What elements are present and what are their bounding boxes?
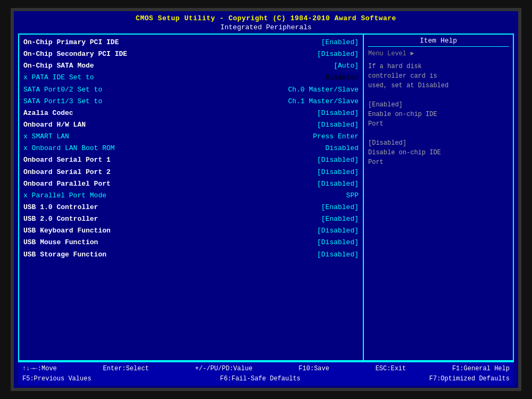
- row-label: Onboard Serial Port 2: [23, 167, 111, 178]
- row-label: Azalia Codec: [23, 108, 73, 119]
- row-label: USB Storage Function: [23, 250, 106, 260]
- row-label: SATA Port1/3 Set to: [23, 96, 102, 107]
- row-value: [Enabled]: [321, 202, 359, 213]
- nav-item: F1:General Help: [452, 364, 510, 374]
- row-label: USB Keyboard Function: [23, 226, 111, 236]
- item-help-title: Item Help: [368, 37, 509, 47]
- bios-row[interactable]: x PATA IDE Set toDisabled: [23, 72, 359, 84]
- row-value: [Disabled]: [317, 179, 359, 189]
- help-line: Port: [368, 157, 509, 167]
- bios-row[interactable]: Onboard Serial Port 2[Disabled]: [23, 167, 359, 178]
- bios-row[interactable]: Onboard Parallel Port[Disabled]: [23, 178, 359, 190]
- nav-item: F7:Optimized Defaults: [429, 374, 510, 384]
- row-value: [Disabled]: [317, 237, 359, 248]
- row-label: On-Chip SATA Mode: [23, 61, 94, 71]
- main-area: On-Chip Primary PCI IDE[Enabled]On-Chip …: [18, 34, 514, 361]
- row-value: [Disabled]: [317, 120, 359, 130]
- row-value: [Disabled]: [317, 108, 359, 119]
- bios-row[interactable]: Azalia Codec[Disabled]: [23, 107, 359, 119]
- row-label: SATA Port0/2 Set to: [23, 85, 102, 95]
- help-text: If a hard diskcontroller card isused, se…: [368, 62, 509, 167]
- help-line: [Enabled]: [368, 100, 509, 110]
- row-value: Press Enter: [313, 131, 359, 142]
- title-bar: CMOS Setup Utility - Copyright (C) 1984-…: [14, 11, 518, 23]
- row-value: SPP: [346, 190, 359, 201]
- bios-row[interactable]: USB Storage Function[Disabled]: [23, 249, 359, 261]
- row-label: USB Mouse Function: [23, 237, 98, 248]
- bios-row[interactable]: SATA Port1/3 Set toCh.1 Master/Slave: [23, 96, 359, 107]
- row-value: [Disabled]: [317, 167, 359, 178]
- row-value: [Disabled]: [317, 49, 359, 60]
- bios-row[interactable]: x Onboard LAN Boot ROMDisabled: [23, 143, 359, 154]
- bios-row[interactable]: x Parallel Port ModeSPP: [23, 190, 359, 202]
- row-value: [Enabled]: [321, 37, 359, 48]
- nav-row-1: ↑↓→←:MoveEnter:Select+/-/PU/PD:ValueF10:…: [22, 364, 510, 374]
- help-line: used, set at Disabled: [368, 81, 509, 90]
- bios-row[interactable]: Onboard H/W LAN[Disabled]: [23, 119, 359, 131]
- help-line: Port: [368, 119, 509, 129]
- row-value: [Disabled]: [317, 226, 359, 236]
- help-panel: Item Help Menu Level ► If a hard diskcon…: [364, 35, 513, 360]
- help-line: [Disabled]: [368, 138, 509, 148]
- row-label: x Parallel Port Mode: [23, 190, 106, 201]
- nav-item: +/-/PU/PD:Value: [195, 364, 253, 374]
- bios-row[interactable]: On-Chip Primary PCI IDE[Enabled]: [23, 37, 359, 48]
- nav-bar: ↑↓→←:MoveEnter:Select+/-/PU/PD:ValueF10:…: [18, 361, 514, 386]
- nav-item: F6:Fail-Safe Defaults: [220, 374, 301, 384]
- bios-row[interactable]: SATA Port0/2 Set toCh.0 Master/Slave: [23, 84, 359, 96]
- subtitle: Integrated Peripherals: [14, 23, 518, 34]
- bios-row[interactable]: x SMART LANPress Enter: [23, 131, 359, 143]
- bios-row[interactable]: USB 2.0 Controller[Enabled]: [23, 213, 359, 225]
- help-line: controller card is: [368, 71, 509, 81]
- row-value: Disabled: [326, 72, 359, 83]
- bios-row[interactable]: USB Keyboard Function[Disabled]: [23, 225, 359, 237]
- row-label: x Onboard LAN Boot ROM: [23, 143, 115, 154]
- nav-row-2: F5:Previous ValuesF6:Fail-Safe DefaultsF…: [22, 374, 510, 384]
- help-line: Disable on-chip IDE: [368, 148, 509, 157]
- row-label: USB 1.0 Controller: [23, 202, 98, 213]
- nav-item: ↑↓→←:Move: [22, 364, 57, 374]
- row-value: [Enabled]: [321, 214, 359, 225]
- row-value: Disabled: [326, 143, 359, 154]
- row-label: x SMART LAN: [23, 131, 69, 142]
- nav-item: Enter:Select: [103, 364, 149, 374]
- row-value: Ch.0 Master/Slave: [288, 85, 359, 95]
- menu-level: Menu Level ►: [368, 50, 509, 57]
- row-label: USB 2.0 Controller: [23, 214, 98, 225]
- bios-row[interactable]: USB 1.0 Controller[Enabled]: [23, 202, 359, 213]
- row-label: Onboard Parallel Port: [23, 179, 111, 189]
- bios-row[interactable]: USB Mouse Function[Disabled]: [23, 237, 359, 248]
- bios-row[interactable]: Onboard Serial Port 1[Disabled]: [23, 154, 359, 166]
- bios-screen: CMOS Setup Utility - Copyright (C) 1984-…: [11, 8, 521, 391]
- settings-panel: On-Chip Primary PCI IDE[Enabled]On-Chip …: [19, 35, 364, 360]
- help-line: If a hard disk: [368, 62, 509, 71]
- bios-row[interactable]: On-Chip SATA Mode[Auto]: [23, 60, 359, 72]
- row-value: [Disabled]: [317, 250, 359, 260]
- nav-item: F5:Previous Values: [22, 374, 92, 384]
- help-line: [368, 129, 509, 138]
- row-value: [Auto]: [334, 61, 359, 71]
- row-label: x PATA IDE Set to: [23, 72, 94, 83]
- bios-row[interactable]: On-Chip Secondary PCI IDE[Disabled]: [23, 48, 359, 60]
- help-line: [368, 90, 509, 100]
- row-label: On-Chip Primary PCI IDE: [23, 37, 119, 48]
- nav-item: F10:Save: [298, 364, 329, 374]
- help-line: Enable on-chip IDE: [368, 110, 509, 119]
- row-label: Onboard H/W LAN: [23, 120, 86, 130]
- row-label: On-Chip Secondary PCI IDE: [23, 49, 127, 60]
- main-title: CMOS Setup Utility - Copyright (C) 1984-…: [136, 14, 396, 22]
- row-label: Onboard Serial Port 1: [23, 155, 111, 165]
- row-value: Ch.1 Master/Slave: [288, 96, 359, 107]
- nav-item: ESC:Exit: [376, 364, 406, 374]
- row-value: [Disabled]: [317, 155, 359, 165]
